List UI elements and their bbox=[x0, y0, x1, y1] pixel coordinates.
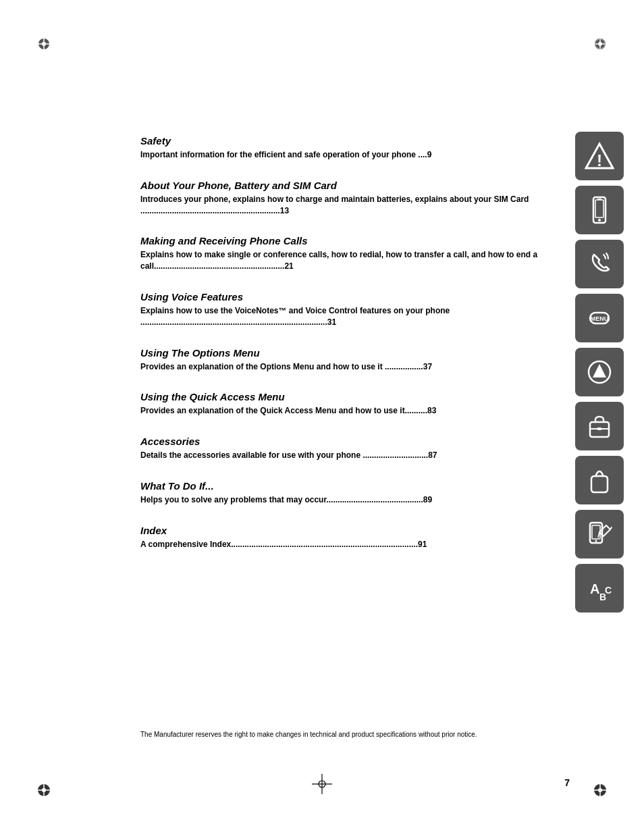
toc-title-index: Index bbox=[140, 525, 563, 536]
toc-desc-accessories: Details the accessories available for us… bbox=[140, 450, 563, 461]
toc-desc-index: A comprehensive Index...................… bbox=[140, 539, 563, 550]
toc-entry-making-calls: Making and Receiving Phone Calls Explain… bbox=[140, 235, 576, 272]
svg-rect-25 bbox=[597, 199, 601, 200]
toc-entry-about-phone: About Your Phone, Battery and SIM Card I… bbox=[140, 180, 576, 217]
toc-content: Safety Important information for the eff… bbox=[140, 135, 576, 699]
toc-entry-voice-features: Using Voice Features Explains how to use… bbox=[140, 291, 576, 328]
toc-desc-what-to-do: Helps you to solve any problems that may… bbox=[140, 494, 563, 506]
icon-making-calls bbox=[575, 240, 624, 288]
toc-entry-what-to-do: What To Do If... Helps you to solve any … bbox=[140, 480, 576, 506]
svg-point-12 bbox=[42, 788, 46, 792]
svg-line-37 bbox=[610, 527, 612, 529]
toc-title-about-phone: About Your Phone, Battery and SIM Card bbox=[140, 180, 563, 191]
icon-accessories bbox=[575, 456, 624, 504]
svg-point-16 bbox=[598, 788, 602, 792]
toc-text-about-phone: About Your Phone, Battery and SIM Card I… bbox=[140, 180, 576, 217]
toc-entry-options-menu: Using The Options Menu Provides an expla… bbox=[140, 347, 576, 373]
svg-text:A: A bbox=[590, 581, 599, 596]
toc-desc-quick-access: Provides an explanation of the Quick Acc… bbox=[140, 405, 563, 417]
toc-desc-about-phone: Introduces your phone, explains how to c… bbox=[140, 194, 563, 217]
toc-text-quick-access: Using the Quick Access Menu Provides an … bbox=[140, 391, 576, 417]
corner-mark-tl bbox=[37, 37, 64, 64]
toc-entry-safety: Safety Important information for the eff… bbox=[140, 135, 576, 161]
toc-text-voice-features: Using Voice Features Explains how to use… bbox=[140, 291, 576, 328]
toc-title-voice-features: Using Voice Features bbox=[140, 291, 563, 303]
svg-marker-29 bbox=[593, 364, 606, 377]
svg-point-24 bbox=[598, 219, 601, 221]
svg-text:!: ! bbox=[597, 151, 602, 170]
toc-desc-making-calls: Explains how to make single or conferenc… bbox=[140, 249, 563, 272]
svg-rect-23 bbox=[595, 200, 603, 217]
toc-entry-index: Index A comprehensive Index.............… bbox=[140, 525, 576, 550]
svg-point-7 bbox=[598, 42, 602, 46]
toc-title-making-calls: Making and Receiving Phone Calls bbox=[140, 235, 563, 246]
toc-desc-options-menu: Provides an explanation of the Options M… bbox=[140, 361, 563, 373]
corner-mark-tr bbox=[580, 37, 607, 64]
center-crosshair bbox=[312, 774, 332, 797]
toc-text-making-calls: Making and Receiving Phone Calls Explain… bbox=[140, 235, 576, 272]
toc-text-safety: Safety Important information for the eff… bbox=[140, 135, 576, 161]
toc-text-what-to-do: What To Do If... Helps you to solve any … bbox=[140, 480, 576, 506]
svg-point-3 bbox=[42, 42, 46, 46]
toc-desc-voice-features: Explains how to use the VoiceNotes™ and … bbox=[140, 305, 563, 328]
svg-point-35 bbox=[595, 540, 597, 542]
svg-text:MENU: MENU bbox=[591, 315, 609, 322]
icon-safety: ! bbox=[575, 132, 624, 180]
toc-desc-safety: Important information for the efficient … bbox=[140, 149, 563, 161]
toc-entry-accessories: Accessories Details the accessories avai… bbox=[140, 436, 576, 461]
icon-quick-access bbox=[575, 402, 624, 450]
corner-mark-bl bbox=[37, 770, 64, 797]
toc-text-index: Index A comprehensive Index.............… bbox=[140, 525, 576, 550]
toc-title-safety: Safety bbox=[140, 135, 563, 147]
toc-title-options-menu: Using The Options Menu bbox=[140, 347, 563, 359]
icon-voice-features: MENU bbox=[575, 294, 624, 342]
svg-line-36 bbox=[598, 532, 599, 538]
icon-what-to-do bbox=[575, 510, 624, 558]
page-number: 7 bbox=[564, 777, 570, 788]
corner-mark-br bbox=[580, 770, 607, 797]
svg-text:C: C bbox=[605, 585, 612, 596]
icon-column: ! MENU bbox=[575, 132, 624, 613]
icon-options-menu bbox=[575, 348, 624, 396]
toc-text-accessories: Accessories Details the accessories avai… bbox=[140, 436, 576, 461]
toc-title-what-to-do: What To Do If... bbox=[140, 480, 563, 492]
icon-about-phone bbox=[575, 186, 624, 234]
icon-index: A B C bbox=[575, 564, 624, 613]
toc-title-quick-access: Using the Quick Access Menu bbox=[140, 391, 563, 402]
toc-text-options-menu: Using The Options Menu Provides an expla… bbox=[140, 347, 576, 373]
toc-entry-quick-access: Using the Quick Access Menu Provides an … bbox=[140, 391, 576, 417]
toc-title-accessories: Accessories bbox=[140, 436, 563, 447]
footer-note: The Manufacturer reserves the right to m… bbox=[140, 730, 570, 739]
svg-rect-32 bbox=[597, 427, 601, 430]
